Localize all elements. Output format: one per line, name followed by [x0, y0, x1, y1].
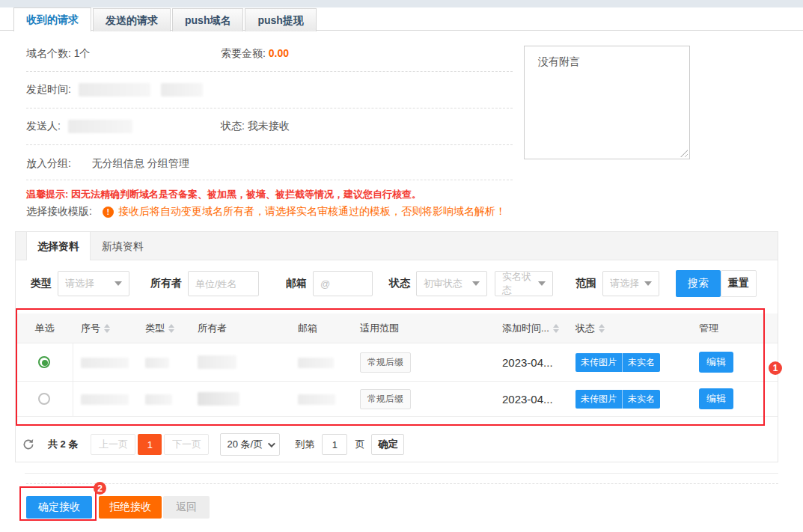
scope-tag: 常规后缀 [360, 389, 411, 409]
prev-page-button[interactable]: 上一页 [91, 434, 135, 455]
header-manage: 管理 [686, 322, 778, 335]
tab-push-domain[interactable]: push域名 [172, 8, 243, 31]
header-email: 邮箱 [289, 322, 349, 335]
sort-icon[interactable] [553, 324, 559, 333]
type-select-value: 请选择 [65, 277, 94, 290]
accept-button[interactable]: 确定接收 [26, 496, 92, 519]
resize-handle-icon[interactable] [680, 150, 688, 157]
header-added-time: 添加时间... [498, 322, 566, 335]
pagination-bar: 共 2 条 上一页 1 下一页 20 条/页 到第 页 确定 [22, 433, 404, 456]
status-filter-label: 状态 [389, 277, 410, 290]
domain-count-value: 1个 [74, 47, 91, 59]
sort-icon[interactable] [168, 324, 174, 333]
sort-icon[interactable] [104, 324, 110, 333]
realname-status-value: 实名状态 [502, 270, 534, 297]
goto-prefix-label: 到第 [295, 438, 314, 451]
redacted-seq [81, 394, 129, 405]
page-size-value: 20 条/页 [227, 438, 263, 451]
divider [26, 483, 778, 484]
audit-status-value: 初审状态 [424, 277, 462, 290]
warning-icon: ! [103, 207, 114, 218]
amount-label: 索要金额: [221, 47, 266, 59]
group-value[interactable]: 无分组信息 分组管理 [92, 157, 189, 169]
status-tags: 未传图片未实名 [575, 353, 660, 372]
type-select[interactable]: 请选择 [58, 271, 129, 296]
edit-button[interactable]: 编辑 [699, 388, 733, 409]
status-tag-no-realname: 未实名 [622, 390, 660, 409]
total-count-text: 共 2 条 [48, 438, 78, 451]
sort-icon[interactable] [599, 324, 605, 333]
table-row: 常规后缀 2023-04... 未传图片未实名 编辑 [16, 343, 778, 382]
redacted-seq [81, 358, 129, 368]
header-select: 单选 [16, 314, 73, 343]
redacted-type [145, 394, 172, 405]
header-status: 状态 [566, 322, 686, 335]
radio-selected[interactable] [38, 356, 50, 368]
header-scope: 适用范围 [349, 322, 498, 335]
message-textarea[interactable]: 没有附言 [524, 46, 690, 159]
email-filter-label: 邮箱 [286, 277, 307, 290]
warm-tip-text: 温馨提示: 因无法精确判断域名是否备案、被加黑，被墙、被拦截等情况，建议您自行核… [26, 188, 421, 201]
tab-select-profile[interactable]: 选择资料 [26, 232, 91, 260]
radio-unselected[interactable] [38, 393, 50, 405]
page-size-select[interactable]: 20 条/页 [220, 433, 280, 456]
filter-bar: 类型 请选择 所有者 邮箱 状态 初审状态 实名状态 范围 [31, 270, 757, 297]
status-tag-no-image: 未传图片 [575, 353, 622, 372]
search-button[interactable]: 搜索 [676, 270, 721, 297]
header-owner: 所有者 [188, 322, 289, 335]
redacted-owner [198, 392, 239, 406]
edit-button[interactable]: 编辑 [699, 352, 733, 373]
reject-button[interactable]: 拒绝接收 [99, 496, 162, 519]
redacted-email [298, 394, 335, 405]
receive-status: 状态: 我未接收 [221, 120, 290, 133]
redacted-initiate-time-2 [161, 83, 203, 97]
divider [26, 144, 513, 145]
sender: 发送人: [26, 120, 132, 133]
template-panel: 选择资料新填资料 类型 请选择 所有者 邮箱 状态 初审状态 实名状态 [15, 231, 778, 462]
tab-new-profile[interactable]: 新填资料 [91, 232, 155, 260]
redacted-owner [198, 355, 236, 369]
refresh-icon[interactable] [22, 438, 35, 451]
email-input-wrap [313, 271, 373, 296]
goto-suffix-label: 页 [355, 438, 364, 451]
page-tab-bar: 收到的请求发送的请求push域名push提现 [0, 7, 803, 31]
next-page-button[interactable]: 下一页 [164, 434, 209, 455]
current-page-button[interactable]: 1 [138, 434, 162, 455]
tab-received-requests[interactable]: 收到的请求 [13, 7, 91, 31]
group-row: 放入分组: 无分组信息 分组管理 [26, 157, 189, 171]
template-tab-bar: 选择资料新填资料 [16, 232, 778, 260]
owner-input[interactable] [195, 278, 251, 290]
message-text: 没有附言 [538, 55, 580, 67]
receive-status-value: 我未接收 [248, 120, 290, 132]
tab-push-withdraw[interactable]: push提现 [245, 8, 316, 31]
added-time: 2023-04... [498, 393, 566, 406]
back-button[interactable]: 返回 [163, 496, 210, 519]
goto-page-input[interactable] [322, 434, 347, 455]
group-label: 放入分组: [26, 157, 71, 169]
annotation-step-2-badge: 2 [94, 482, 106, 495]
domain-count-label: 域名个数: [26, 47, 71, 59]
divider [26, 71, 513, 72]
chevron-down-icon [115, 281, 122, 286]
status-tags: 未传图片未实名 [575, 390, 660, 409]
goto-confirm-button[interactable]: 确定 [371, 434, 404, 455]
realname-status-select[interactable]: 实名状态 [495, 271, 553, 296]
annotation-step-1-badge: 1 [769, 361, 782, 375]
owner-filter-label: 所有者 [150, 277, 182, 290]
initiate-time-label: 发起时间: [26, 83, 71, 95]
range-select-value: 请选择 [610, 277, 639, 290]
audit-status-select[interactable]: 初审状态 [416, 271, 487, 296]
range-filter-label: 范围 [575, 277, 596, 290]
redacted-sender [68, 120, 132, 133]
chevron-down-icon [472, 281, 480, 286]
status-tag-no-realname: 未实名 [622, 353, 660, 372]
template-table: 单选 序号 类型 所有者 邮箱 适用范围 添加时间... 状态 [16, 314, 778, 417]
email-input[interactable] [320, 278, 365, 290]
template-select-label: 选择接收模版: [26, 205, 92, 218]
range-select[interactable]: 请选择 [602, 271, 659, 296]
chevron-down-icon [644, 281, 652, 286]
tab-sent-requests[interactable]: 发送的请求 [93, 8, 171, 31]
template-select-row: 选择接收模版: ! 接收后将自动变更域名所有者，请选择实名审核通过的模板，否则将… [26, 205, 506, 218]
reset-button[interactable]: 重置 [721, 270, 757, 297]
status-tag-no-image: 未传图片 [575, 390, 622, 409]
